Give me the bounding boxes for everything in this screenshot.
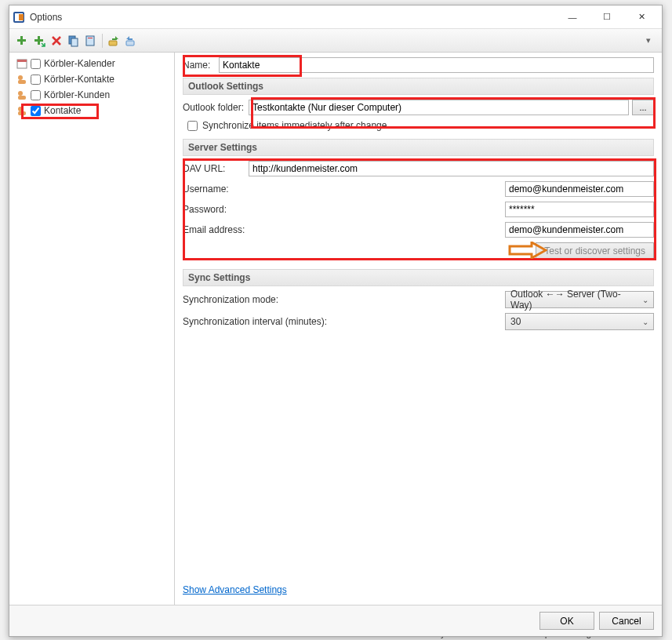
chevron-down-icon: ⌄ xyxy=(642,318,648,326)
test-discover-button[interactable]: Test or discover settings xyxy=(536,242,654,260)
svg-rect-12 xyxy=(126,41,134,45)
settings-panel: Name: Outlook Settings Outlook folder: .… xyxy=(175,53,662,605)
tree-label: Kontakte xyxy=(44,105,81,116)
dav-url-row: DAV URL: xyxy=(183,161,654,176)
toolbar-overflow-icon[interactable]: ▾ xyxy=(646,35,657,46)
svg-point-15 xyxy=(18,75,23,80)
sync-immediately-checkbox[interactable] xyxy=(187,121,198,131)
svg-rect-9 xyxy=(86,36,94,45)
outlook-folder-input[interactable] xyxy=(249,100,629,115)
svg-rect-14 xyxy=(17,60,27,62)
username-input[interactable] xyxy=(505,181,654,197)
password-input[interactable] xyxy=(505,202,654,217)
tree-item-kontakte-selected[interactable]: Kontakte xyxy=(14,103,169,118)
svg-rect-6 xyxy=(35,39,43,42)
dav-url-input[interactable] xyxy=(249,161,654,176)
outlook-settings-header: Outlook Settings xyxy=(183,78,654,95)
sync-mode-value: Outlook ←→ Server (Two-Way) xyxy=(510,289,642,311)
outlook-folder-row: Outlook folder: ... xyxy=(183,100,654,115)
svg-point-17 xyxy=(18,91,23,96)
sync-immediately-row: Synchronize items immediately after chan… xyxy=(187,120,654,131)
dialog-footer: OK Cancel xyxy=(9,605,662,636)
add-multiple-button[interactable] xyxy=(31,33,47,49)
delete-button[interactable] xyxy=(49,33,64,49)
email-label: Email address: xyxy=(183,224,249,235)
svg-rect-8 xyxy=(71,38,78,46)
maximize-button[interactable]: ☐ xyxy=(590,6,624,28)
toolbar-separator xyxy=(102,34,103,48)
tree-label: Körbler-Kunden xyxy=(44,89,110,100)
browse-folder-button[interactable]: ... xyxy=(632,100,654,115)
tree-label: Körbler-Kalender xyxy=(44,58,115,69)
svg-rect-10 xyxy=(88,38,93,38)
tree-item-kunden[interactable]: Körbler-Kunden xyxy=(14,87,169,103)
tree-checkbox[interactable] xyxy=(31,90,41,100)
profile-tree: Körbler-Kalender Körbler-Kontakte Körble… xyxy=(9,53,175,605)
add-profile-button[interactable] xyxy=(14,33,30,49)
toolbar: ▾ xyxy=(9,29,662,53)
import-button[interactable] xyxy=(123,33,139,49)
password-row: Password: xyxy=(183,202,654,217)
show-advanced-link[interactable]: Show Advanced Settings xyxy=(183,584,287,595)
outlook-folder-label: Outlook folder: xyxy=(183,102,249,113)
minimize-button[interactable]: — xyxy=(555,6,590,28)
username-row: Username: xyxy=(183,181,654,197)
window-controls: — ☐ ✕ xyxy=(555,6,659,28)
tree-item-kalender[interactable]: Körbler-Kalender xyxy=(14,56,169,71)
annotation-arrow-icon xyxy=(508,242,547,259)
sync-interval-select[interactable]: 30 ⌄ xyxy=(505,313,654,330)
sync-interval-value: 30 xyxy=(510,316,521,327)
dialog-body: Körbler-Kalender Körbler-Kontakte Körble… xyxy=(9,53,662,605)
window-title: Options xyxy=(30,12,555,23)
dav-url-label: DAV URL: xyxy=(183,163,249,174)
svg-rect-20 xyxy=(18,111,26,115)
name-row: Name: xyxy=(183,57,654,73)
app-icon xyxy=(13,11,25,24)
svg-rect-2 xyxy=(19,14,24,20)
tree-checkbox[interactable] xyxy=(31,75,41,85)
email-row: Email address: xyxy=(183,222,654,238)
contacts-icon xyxy=(16,89,27,101)
password-label: Password: xyxy=(183,204,249,215)
tree-item-kontakte1[interactable]: Körbler-Kontakte xyxy=(14,71,169,87)
tree-checkbox[interactable] xyxy=(31,106,41,116)
paste-button[interactable] xyxy=(83,33,99,49)
calendar-icon xyxy=(16,58,27,70)
svg-rect-18 xyxy=(18,96,26,100)
svg-rect-4 xyxy=(17,39,26,42)
email-input[interactable] xyxy=(505,222,654,238)
sync-interval-label: Synchronization interval (minutes): xyxy=(183,316,505,327)
name-label: Name: xyxy=(183,60,219,71)
copy-button[interactable] xyxy=(66,33,82,49)
name-input[interactable] xyxy=(219,57,654,73)
sync-settings-header: Sync Settings xyxy=(183,269,654,286)
ok-button[interactable]: OK xyxy=(539,612,594,630)
contacts-icon xyxy=(16,74,27,85)
svg-point-19 xyxy=(18,107,23,111)
svg-rect-16 xyxy=(18,80,26,84)
server-settings-header: Server Settings xyxy=(183,139,654,156)
sync-interval-row: Synchronization interval (minutes): 30 ⌄ xyxy=(183,313,654,330)
svg-rect-11 xyxy=(109,41,117,45)
sync-mode-label: Synchronization mode: xyxy=(183,294,505,305)
tree-label: Körbler-Kontakte xyxy=(44,74,114,85)
tree-checkbox[interactable] xyxy=(31,59,41,69)
sync-mode-select[interactable]: Outlook ←→ Server (Two-Way) ⌄ xyxy=(505,291,654,308)
options-window: Options — ☐ ✕ ▾ xyxy=(9,5,663,637)
sync-mode-row: Synchronization mode: Outlook ←→ Server … xyxy=(183,291,654,308)
username-label: Username: xyxy=(183,184,249,195)
contacts-icon xyxy=(16,105,27,117)
titlebar: Options — ☐ ✕ xyxy=(9,5,662,29)
sync-immediately-label: Synchronize items immediately after chan… xyxy=(202,120,387,131)
cancel-button[interactable]: Cancel xyxy=(599,612,654,630)
chevron-down-icon: ⌄ xyxy=(642,296,648,304)
close-button[interactable]: ✕ xyxy=(624,6,659,28)
export-button[interactable] xyxy=(106,33,122,49)
